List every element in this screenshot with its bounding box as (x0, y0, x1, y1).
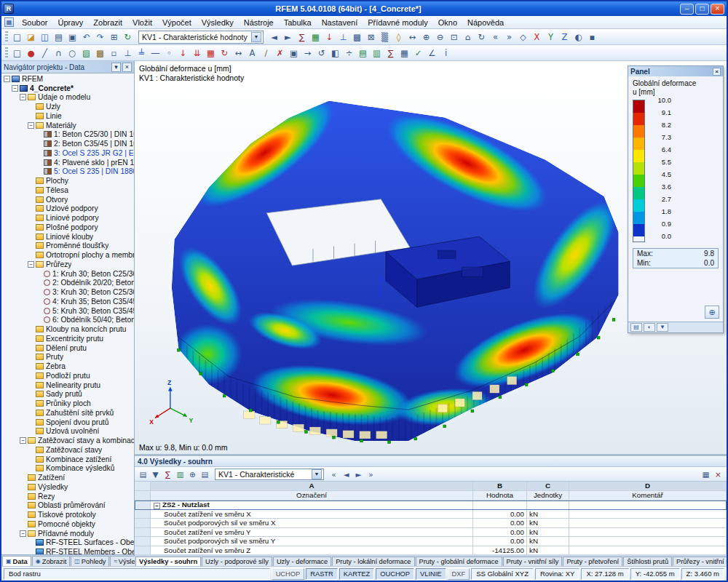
table-group-row[interactable]: −ZS2 - Nutzlast (135, 501, 727, 510)
tree-item[interactable]: 2: Beton C35/45 | DIN 1045- (1, 139, 134, 148)
opening-icon[interactable]: ▫ (107, 47, 121, 60)
table-close-icon[interactable]: × (712, 469, 724, 480)
fit-view-icon[interactable]: ⌂ (461, 31, 475, 44)
table-settings-icon[interactable]: ▤ (137, 469, 149, 480)
export-excel-icon[interactable]: ▥ (174, 469, 186, 480)
save-icon[interactable]: ◫ (38, 31, 52, 44)
tree-item[interactable]: Přídavné moduly (1, 529, 134, 538)
table-row[interactable]: Součet podporových sil ve směru Y 0.00 k… (135, 537, 727, 546)
load-case-next-icon[interactable]: ► (281, 31, 295, 44)
rotate-icon[interactable]: ↺ (314, 47, 328, 60)
render-mode-icon[interactable]: ◐ (571, 31, 585, 44)
tree-item[interactable]: Údaje o modelu (1, 93, 134, 103)
results-toggle-icon[interactable]: ▦ (309, 31, 323, 44)
tree-item[interactable]: Nelinearity prutu (1, 380, 134, 390)
tree-item[interactable]: Proměnné tloušťky (1, 242, 134, 251)
redo-icon[interactable]: ↷ (93, 31, 107, 44)
moment-load-icon[interactable]: ↻ (218, 47, 232, 60)
work-plane-icon[interactable]: ◊ (392, 31, 405, 44)
print-icon[interactable]: ▤ (52, 31, 66, 44)
tree-item[interactable]: Otvory (1, 195, 134, 204)
tree-item[interactable]: Linie (1, 111, 134, 121)
undo-icon[interactable]: ↶ (79, 31, 93, 44)
tree-item[interactable]: Sady prutů (1, 390, 134, 399)
tree-item[interactable]: Tiskové protokoly (1, 510, 134, 519)
isometric-view-icon[interactable]: ◇ (516, 31, 530, 44)
menu-item[interactable]: Soubor (17, 17, 52, 28)
tree-item[interactable]: Liniové klouby (1, 232, 134, 242)
zoom-out-icon[interactable]: ⊖ (433, 31, 447, 44)
tree-item[interactable]: Ortotropní plochy a membrán (1, 250, 134, 260)
tree-item[interactable]: 4: Plavené sklo | prEN 1347 (1, 158, 134, 167)
table-views-icon[interactable]: ▦ (700, 469, 712, 480)
solid-icon[interactable]: ▩ (93, 47, 107, 60)
close-icon[interactable]: × (713, 68, 721, 76)
move-icon[interactable]: → (301, 47, 314, 60)
close-button[interactable]: × (711, 4, 724, 15)
view-x-icon[interactable]: X (530, 31, 544, 44)
menu-item[interactable]: Vložit (127, 17, 157, 28)
next-entry-icon[interactable]: ► (352, 469, 365, 480)
new-window-icon[interactable]: ⊞ (107, 31, 121, 44)
tree-expander-icon[interactable] (28, 122, 34, 129)
sum-check-icon[interactable]: ∑ (162, 469, 174, 480)
hinge-icon[interactable]: ◦ (162, 47, 176, 60)
node-icon[interactable]: ● (24, 47, 38, 60)
tree-item[interactable]: Podloží prutu (1, 371, 134, 380)
view-z-icon[interactable]: Z (558, 31, 571, 44)
show-loads-icon[interactable]: ↓ (323, 31, 336, 44)
collapse-icon[interactable]: − (154, 503, 160, 509)
new-icon[interactable]: □ (10, 31, 24, 44)
mesh-icon[interactable]: ▤ (356, 47, 370, 60)
nodal-load-icon[interactable]: ↓ (176, 47, 190, 60)
previous-view-icon[interactable]: « (488, 31, 502, 44)
load-case-prev-icon[interactable]: ◄ (267, 31, 281, 44)
results-tab[interactable]: Průřezy - vnitřní síly (673, 557, 727, 566)
results-tab[interactable]: Pruty - přetvoření (563, 557, 622, 566)
show-supports-icon[interactable]: ⊥ (336, 31, 350, 44)
tree-item[interactable]: Zatížení (1, 473, 134, 482)
line-support-icon[interactable]: ╧ (135, 47, 149, 60)
toggle-rastr[interactable]: RASTR (306, 568, 338, 580)
tree-item[interactable]: Průřezy (1, 260, 134, 269)
tree-item[interactable]: RF-STEEL Members - Obecná (1, 547, 134, 554)
menu-item[interactable]: Nastavení (317, 17, 363, 28)
tree-item[interactable]: 1: Kruh 30; Beton C25/30 (1, 269, 134, 279)
text-comment-icon[interactable]: A (245, 47, 259, 60)
tree-item[interactable]: 1: Beton C25/30 | DIN 1045- (1, 130, 134, 140)
nodal-support-icon[interactable]: ⊥ (121, 47, 135, 60)
tree-expander-icon[interactable] (20, 94, 26, 100)
move-view-icon[interactable]: ↔ (405, 31, 419, 44)
mesh-settings-icon[interactable]: ▥ (370, 47, 384, 60)
tree-item[interactable]: 5: Kruh 30; Beton C35/45 (1, 306, 134, 316)
tree-item[interactable]: 4_Concrete* (1, 84, 134, 93)
tree-item[interactable]: Plošné podpory (1, 223, 134, 232)
menu-item[interactable]: Nástroje (239, 17, 279, 28)
child-window-icon[interactable]: ▦ (4, 17, 14, 27)
tree-item[interactable]: Uzlové podpory (1, 204, 134, 214)
dimension-icon[interactable]: ↔ (232, 47, 245, 60)
search-table-icon[interactable]: ⊕ (186, 469, 199, 480)
circle-icon[interactable]: ○ (66, 47, 79, 60)
panel-factors-tab[interactable]: ◐ (644, 323, 655, 332)
calculate-icon[interactable]: ∑ (295, 31, 309, 44)
tree-expander-icon[interactable] (20, 530, 26, 537)
tree-item[interactable]: Materiály (1, 121, 134, 130)
divide-icon[interactable]: ÷ (342, 47, 356, 60)
tree-item[interactable]: Pruty (1, 353, 134, 362)
tree-item[interactable]: 3: Ocel S 235 JR G2 | EN 100 (1, 148, 134, 158)
menu-item[interactable]: Okno (433, 17, 462, 28)
results-table-icon[interactable]: ▦ (397, 47, 411, 60)
result-panel-titlebar[interactable]: Panel × (628, 66, 723, 76)
grid-icon[interactable]: ▒ (378, 31, 392, 44)
table-row[interactable]: Součet zatížení ve směru X 0.00 kN (135, 510, 727, 519)
prev-entry-icon[interactable]: ◄ (340, 469, 352, 480)
results-grid[interactable]: A B C D Označení Hodnota Jednotky Koment… (135, 482, 727, 554)
panel-toggle-icon[interactable]: ▪ (585, 31, 599, 44)
results-tab[interactable]: Uzly - deformace (273, 557, 331, 566)
menu-item[interactable]: Výsledky (197, 17, 239, 28)
tree-item[interactable]: Výsledky (1, 482, 134, 492)
table-row[interactable]: Součet zatížení ve směru Y 0.00 kN (135, 528, 727, 538)
member-icon[interactable]: ― (149, 47, 162, 60)
auto-hide-pin-icon[interactable]: ▾ (111, 63, 121, 72)
